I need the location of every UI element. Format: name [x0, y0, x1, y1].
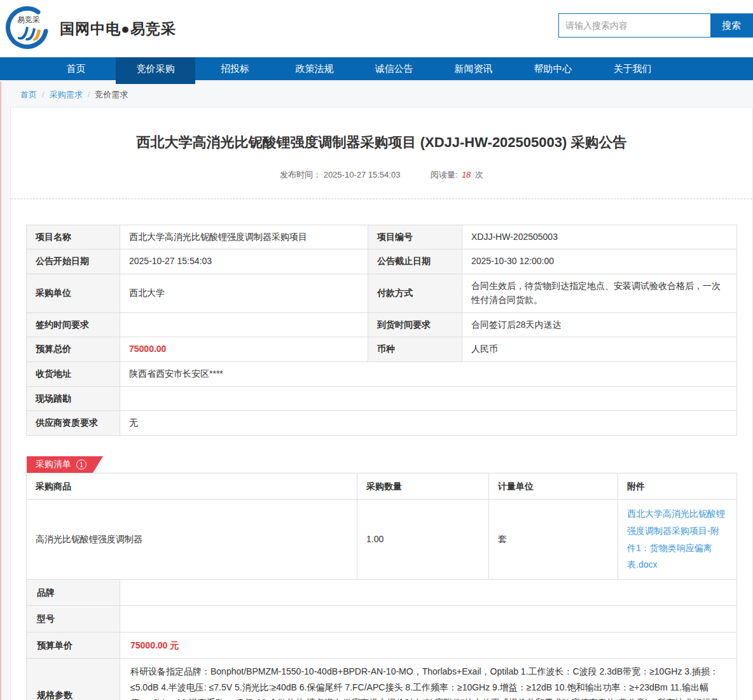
- column-header-unit: 计量单位: [489, 473, 618, 499]
- table-row: 收货地址 陕西省西安市长安区****: [27, 361, 737, 386]
- brand-logo[interactable]: 易竞采: [5, 6, 51, 52]
- info-label: 付款方式: [368, 274, 462, 312]
- info-label: 项目编号: [368, 225, 462, 249]
- table-row: 高消光比铌酸锂强度调制器 1.00 套 西北大学高消光比铌酸锂强度调制器采购项目…: [27, 500, 737, 579]
- info-label: 现场踏勘: [27, 386, 120, 411]
- table-row: 规格参数 科研设备指定品牌：Bonphot/BPMZM-1550-10-40dB…: [27, 659, 737, 700]
- section-divider: [11, 199, 752, 199]
- table-row: 型号: [27, 606, 737, 633]
- nav-item-help[interactable]: 帮助中心: [513, 57, 593, 80]
- publish-time-label: 发布时间：: [280, 170, 321, 179]
- publish-time-value: 2025-10-27 15:54:03: [324, 170, 401, 179]
- spec-params-value: 科研设备指定品牌：Bonphot/BPMZM-1550-10-40dB+BPDR…: [120, 659, 737, 700]
- svg-text:易竞采: 易竞采: [17, 15, 40, 24]
- info-value: XDJJ-HW-202505003: [462, 225, 737, 249]
- info-value: 西北大学: [120, 274, 368, 312]
- tab-purchase-list[interactable]: 采购清单 1: [27, 456, 103, 473]
- table-row: 采购单位 西北大学 付款方式 合同生效后，待货物到达指定地点、安装调试验收合格后…: [27, 274, 737, 312]
- info-label: 签约时间要求: [27, 312, 120, 337]
- brand-title: 国网中电●易竞采: [60, 19, 176, 39]
- breadcrumb: 首页/采购需求/竞价需求: [0, 80, 753, 107]
- info-label: 币种: [368, 337, 462, 362]
- table-row: 预算单价 75000.00 元: [27, 632, 737, 659]
- publish-meta: 发布时间： 2025-10-27 15:54:03 阅读量: 18 次: [11, 153, 752, 199]
- search-box: 搜索: [558, 13, 753, 38]
- table-header-row: 采购商品 采购数量 计量单位 附件: [27, 473, 737, 499]
- info-label: 公告截止日期: [368, 249, 462, 274]
- model-value: [120, 606, 737, 633]
- info-value: 陕西省西安市长安区****: [120, 361, 737, 386]
- table-row: 预算总价 75000.00 币种 人民币: [27, 337, 737, 362]
- detail-label: 型号: [27, 606, 120, 633]
- product-detail-table: 品牌 型号 预算单价 75000.00 元 规格参数 科研设备指定品牌：Bonp…: [26, 579, 737, 700]
- search-input[interactable]: [559, 14, 710, 37]
- nav-item-tender[interactable]: 招投标: [195, 57, 275, 80]
- nav-item-bidding-purchase[interactable]: 竞价采购: [116, 57, 195, 84]
- info-label: 采购单位: [27, 274, 120, 312]
- breadcrumb-current: 竞价需求: [95, 90, 128, 99]
- breadcrumb-separator: /: [88, 90, 90, 99]
- unit-price-value: 75000.00 元: [120, 632, 737, 659]
- info-value: 无: [120, 411, 737, 436]
- purchase-list-tab-row: 采购清单 1: [27, 456, 752, 473]
- product-name: 高消光比铌酸锂强度调制器: [27, 500, 357, 579]
- nav-item-about[interactable]: 关于我们: [593, 57, 672, 80]
- product-unit: 套: [489, 500, 618, 579]
- attachment-link[interactable]: 西北大学高消光比铌酸锂强度调制器采购项目-附件1：货物类响应偏离表.docx: [627, 508, 725, 570]
- info-value: 合同签订后28天内送达: [462, 312, 737, 337]
- page-title: 西北大学高消光比铌酸锂强度调制器采购项目 (XDJJ-HW-202505003)…: [11, 108, 752, 153]
- column-header-quantity: 采购数量: [357, 473, 489, 499]
- brand-logo-icon: 易竞采: [5, 6, 51, 52]
- detail-label: 品牌: [27, 579, 120, 606]
- budget-total-value: 75000.00: [120, 337, 368, 362]
- breadcrumb-home[interactable]: 首页: [20, 90, 37, 99]
- detail-label: 规格参数: [27, 659, 120, 700]
- views-label: 阅读量:: [431, 170, 458, 179]
- nav-item-integrity[interactable]: 诚信公告: [354, 57, 434, 80]
- purchase-items-table: 采购商品 采购数量 计量单位 附件 高消光比铌酸锂强度调制器 1.00 套 西北…: [26, 473, 737, 580]
- info-label: 供应商资质要求: [27, 411, 120, 436]
- info-value: 2025-10-27 15:54:03: [120, 249, 368, 274]
- detail-label: 预算单价: [27, 632, 120, 659]
- product-quantity: 1.00: [357, 500, 489, 579]
- table-row: 项目名称 西北大学高消光比铌酸锂强度调制器采购项目 项目编号 XDJJ-HW-2…: [27, 225, 737, 249]
- table-row: 品牌: [27, 579, 737, 606]
- announcement-card: 西北大学高消光比铌酸锂强度调制器采购项目 (XDJJ-HW-202505003)…: [10, 107, 753, 700]
- info-value: [120, 386, 737, 411]
- info-value: 合同生效后，待货物到达指定地点、安装调试验收合格后，一次性付清合同货款。: [462, 274, 737, 312]
- nav-item-home[interactable]: 首页: [36, 57, 116, 80]
- info-label: 项目名称: [27, 225, 120, 249]
- info-value: 人民币: [462, 337, 737, 362]
- info-label: 收货地址: [27, 361, 120, 386]
- info-label: 预算总价: [27, 337, 120, 362]
- column-header-product: 采购商品: [27, 473, 357, 499]
- info-label: 到货时间要求: [368, 312, 462, 337]
- breadcrumb-separator: /: [42, 90, 45, 99]
- search-button[interactable]: 搜索: [710, 14, 752, 37]
- site-header: 易竞采 国网中电●易竞采 搜索: [0, 0, 753, 57]
- table-row: 签约时间要求 到货时间要求 合同签订后28天内送达: [27, 312, 737, 337]
- nav-item-policy[interactable]: 政策法规: [275, 57, 354, 80]
- views-count: 18: [462, 170, 471, 179]
- main-nav: 首页 竞价采购 招投标 政策法规 诚信公告 新闻资讯 帮助中心 关于我们: [0, 57, 753, 80]
- nav-item-news[interactable]: 新闻资讯: [434, 57, 513, 80]
- info-value: 2025-10-30 12:00:00: [462, 249, 737, 274]
- info-label: 公告开始日期: [27, 249, 120, 274]
- left-edge-line: [0, 81, 1, 700]
- table-row: 公告开始日期 2025-10-27 15:54:03 公告截止日期 2025-1…: [27, 249, 737, 274]
- info-value: 西北大学高消光比铌酸锂强度调制器采购项目: [120, 225, 368, 249]
- table-row: 供应商资质要求 无: [27, 411, 737, 436]
- info-value: [120, 312, 368, 337]
- views-unit: 次: [475, 170, 483, 179]
- table-row: 现场踏勘: [27, 386, 737, 411]
- column-header-attachment: 附件: [618, 473, 737, 499]
- breadcrumb-purchase-demand[interactable]: 采购需求: [50, 90, 83, 99]
- project-info-table: 项目名称 西北大学高消光比铌酸锂强度调制器采购项目 项目编号 XDJJ-HW-2…: [26, 225, 737, 436]
- purchase-list-count-badge: 1: [76, 459, 86, 470]
- brand-value: [120, 579, 737, 606]
- purchase-list-tab-label: 采购清单: [36, 459, 71, 470]
